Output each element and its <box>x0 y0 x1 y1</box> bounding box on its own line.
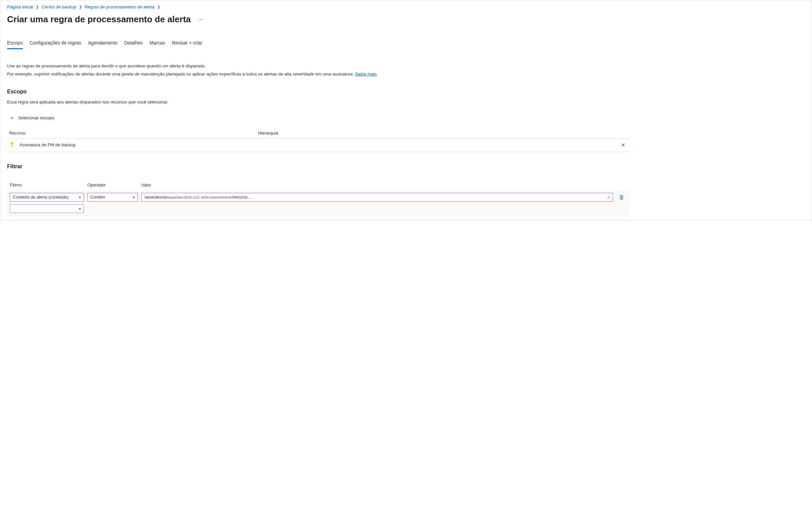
page-title-row: Criar uma regra de processamento de aler… <box>7 14 805 25</box>
add-filter-select[interactable]: ▼ <box>10 204 84 213</box>
chevron-down-icon: ▼ <box>78 195 82 199</box>
filter-type-value: Contexto do alerta (conteúdo) <box>13 195 69 200</box>
tab-review-create[interactable]: Revisar + criar <box>172 38 202 49</box>
filter-value-prefix: /assinaturas/ <box>144 195 168 200</box>
learn-more-link[interactable]: Saiba mais <box>355 72 377 76</box>
more-actions-button[interactable]: ⋯ <box>195 15 205 23</box>
chevron-right-icon: ❯ <box>36 5 39 9</box>
col-value: Valor <box>141 182 613 188</box>
select-scope-button[interactable]: ＋ Selecionar escopo <box>7 113 54 123</box>
filter-rows: Contexto do alerta (conteúdo) ▼ Contém ▼… <box>7 190 629 216</box>
col-operator: Operador <box>87 182 138 188</box>
filter-value-guid: aaaa0a0a-bb1b-cc2c-dd3d-eeeeee4e4e4e <box>168 195 232 199</box>
filter-operator-select[interactable]: Contém ▼ <box>87 193 138 202</box>
delete-filter-button[interactable] <box>617 194 626 201</box>
chevron-down-icon: ▼ <box>78 207 82 211</box>
filter-section-title: Filtrar <box>7 163 805 169</box>
chevron-down-icon: ▼ <box>132 195 135 199</box>
filter-headers: Filtros Operador Valor <box>7 182 629 190</box>
breadcrumb: Página Inicial ❯ Centro de backup ❯ Regr… <box>7 4 805 10</box>
chevron-right-icon: ❯ <box>157 5 160 9</box>
tabs: Escopo Configurações de regras Agendamen… <box>7 38 805 49</box>
page-title: Criar uma regra de processamento de aler… <box>7 14 191 25</box>
trash-icon <box>619 194 624 200</box>
tab-scope[interactable]: Escopo <box>7 38 23 49</box>
select-scope-label: Selecionar escopo <box>18 115 54 120</box>
breadcrumb-home[interactable]: Página Inicial <box>7 4 33 10</box>
breadcrumb-backup-center[interactable]: Centro de backup <box>42 4 76 10</box>
filter-row-empty: ▼ <box>10 204 626 213</box>
col-filters: Filtros <box>10 182 84 188</box>
col-hierarchy: Hierarquia <box>256 128 616 138</box>
key-icon <box>9 142 15 148</box>
chevron-right-icon: ❯ <box>79 5 82 9</box>
scope-row-name: Assinatura de PM de backup <box>19 142 75 147</box>
tab-rule-settings[interactable]: Configurações de regras <box>30 38 81 49</box>
filter-value-input[interactable]: /assinaturas/aaaa0a0a-bb1b-cc2c-dd3d-eee… <box>141 193 613 202</box>
filter-operator-value: Contém <box>90 195 105 200</box>
intro-line-2-text: Por exemplo, suprimir notificações de al… <box>7 72 355 76</box>
tab-details[interactable]: Detalhes <box>124 38 143 49</box>
filter-value-suffix: /recurso… <box>232 195 251 200</box>
scope-table: Recurso Hierarquia Assinatura de PM de b… <box>7 128 629 152</box>
col-resource: Recurso <box>7 128 256 138</box>
filter-section: Filtros Operador Valor Contexto do alert… <box>7 182 629 216</box>
filter-type-select[interactable]: Contexto do alerta (conteúdo) ▼ <box>10 193 84 202</box>
tab-scheduling[interactable]: Agendamento <box>88 38 117 49</box>
scope-table-row: Assinatura de PM de backup ✕ <box>7 138 629 152</box>
breadcrumb-alert-rules[interactable]: Regras de processamento de alerta <box>85 4 155 10</box>
tab-tags[interactable]: Marcas <box>149 38 165 49</box>
plus-icon: ＋ <box>9 114 15 122</box>
check-icon: ✓ <box>607 195 611 200</box>
scope-section-desc: Essa regra será aplicada aos alertas dis… <box>7 100 805 104</box>
remove-scope-button[interactable]: ✕ <box>619 141 627 149</box>
scope-section-title: Escopo <box>7 89 805 95</box>
intro-line-1: Use as regras de processamento de alerta… <box>7 63 805 70</box>
intro-line-2: Por exemplo, suprimir notificações de al… <box>7 71 805 77</box>
filter-row: Contexto do alerta (conteúdo) ▼ Contém ▼… <box>10 193 626 202</box>
